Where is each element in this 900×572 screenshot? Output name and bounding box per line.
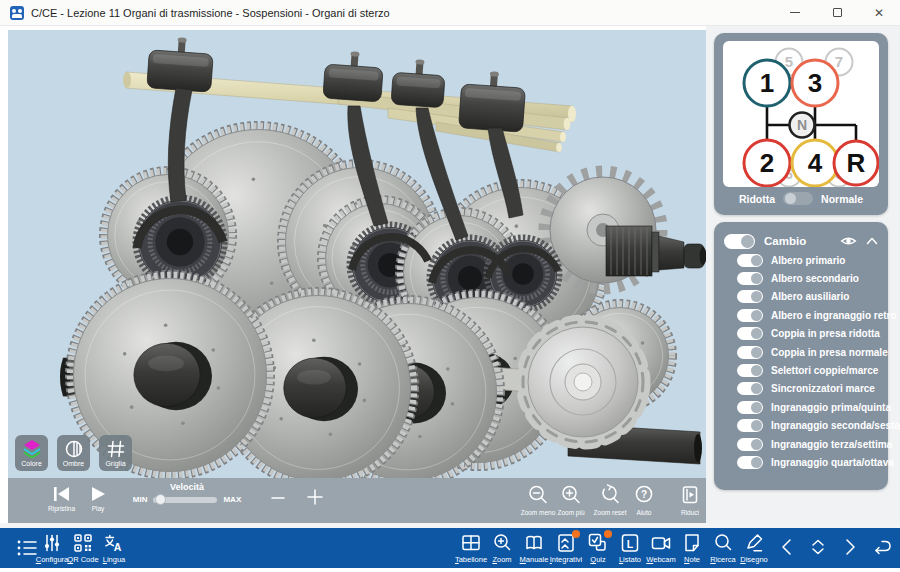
layer-label: Ingranaggio prima/quinta (771, 402, 891, 413)
decrease-button[interactable] (270, 490, 286, 510)
min-label: MIN (133, 495, 148, 504)
layer-toggle[interactable] (737, 382, 763, 395)
ridotta-label: Ridotta (739, 193, 775, 205)
selector-clamp (147, 35, 215, 92)
window-title: C/CE - Lezione 11 Organi di trasmissione… (31, 7, 390, 19)
ridotta-normale-toggle[interactable] (783, 192, 813, 205)
layer-item-albero-secondario[interactable]: Albero secondario (724, 269, 878, 287)
gearR-label: R (847, 148, 866, 178)
zoom-tool-label: Zoom (492, 555, 511, 564)
layer-item-sincronizzatori[interactable]: Sincronizzatori marce (724, 380, 878, 398)
note-label: Note (684, 555, 700, 564)
cambio-layers-panel: Cambio Albero primario Albero secondario… (714, 222, 888, 490)
reduce-label: Riduci (681, 509, 699, 516)
layer-item-terza-settima[interactable]: Ingranaggio terza/settima (724, 435, 878, 453)
help-label: Aiuto (637, 509, 652, 516)
layer-item-coppia-normale[interactable]: Coppia in presa normale (724, 343, 878, 361)
gear3-label: 3 (808, 68, 822, 98)
layer-label: Coppia in presa normale (771, 347, 888, 358)
play-button[interactable]: Play (90, 486, 106, 512)
speed-slider[interactable] (153, 497, 217, 503)
zoom-reset-label: Zoom reset (594, 509, 627, 516)
svg-text:A: A (114, 541, 122, 553)
3d-viewport[interactable]: Colore Ombre Griglia (8, 30, 706, 478)
plus-icon (306, 488, 324, 506)
griglia-button[interactable]: Griglia (99, 435, 132, 471)
zoom-in-button[interactable]: Zoom più (551, 484, 591, 516)
playback-control-bar: Ripristina Play Velocità MIN MAX Zoom me… (8, 478, 706, 523)
layer-item-albero-ausiliario[interactable]: Albero ausiliario (724, 288, 878, 306)
reverse-idler-gear (523, 322, 643, 442)
normale-label: Normale (821, 193, 863, 205)
zoom-out-icon (527, 484, 549, 506)
layer-item-selettori[interactable]: Selettori coppie/marce (724, 361, 878, 379)
layer-toggle[interactable] (737, 254, 763, 267)
translate-icon: A (103, 532, 125, 554)
grid-icon (106, 439, 126, 459)
app-icon (10, 6, 24, 20)
layer-item-coppia-ridotta[interactable]: Coppia in presa ridotta (724, 325, 878, 343)
cambio-title: Cambio (764, 235, 806, 247)
output-shaft (606, 226, 706, 276)
increase-button[interactable] (306, 488, 324, 510)
layer-item-prima-quinta[interactable]: Ingranaggio prima/quinta (724, 398, 878, 416)
shading-icon (64, 439, 84, 459)
chevrons-up-down-icon (807, 537, 829, 557)
cambio-toggle[interactable] (724, 234, 755, 249)
layer-toggle[interactable] (737, 309, 763, 322)
layer-toggle[interactable] (737, 327, 763, 340)
close-button[interactable]: ✕ (858, 0, 900, 26)
layer-label: Selettori coppie/marce (771, 365, 878, 376)
ombre-button[interactable]: Ombre (57, 435, 90, 471)
layer-toggle[interactable] (737, 419, 763, 432)
minus-icon (270, 490, 286, 506)
layer-label: Albero primario (771, 255, 845, 266)
layer-toggle[interactable] (737, 401, 763, 414)
zoom-in-icon (560, 484, 582, 506)
gear1-label: 1 (760, 68, 774, 98)
shift-pattern-card: 5 7 6 8 1 3 N 2 4 R (723, 41, 879, 187)
play-label: Play (92, 505, 105, 512)
ripristina-button[interactable]: Ripristina (48, 486, 75, 512)
layer-item-albero-ingranaggio-retro[interactable]: Albero e ingranaggio retro (724, 306, 878, 324)
layer-label: Ingranaggio quarta/ottava (771, 457, 894, 468)
layer-toggle[interactable] (737, 364, 763, 377)
shift-pattern-panel: 5 7 6 8 1 3 N 2 4 R Ri (714, 33, 888, 215)
return-button[interactable] (859, 537, 900, 557)
gearbox-3d-model (8, 30, 706, 478)
layer-label: Albero ausiliario (771, 291, 849, 302)
colore-button[interactable]: Colore (15, 435, 48, 471)
max-label: MAX (223, 495, 241, 504)
return-arrow-icon (870, 537, 894, 557)
layer-label: Ingranaggio seconda/sesta (771, 420, 900, 431)
layer-item-albero-primario[interactable]: Albero primario (724, 251, 878, 269)
pen-icon (743, 532, 765, 554)
reduce-button[interactable]: Riduci (672, 484, 708, 516)
lingua-label: Lingua (103, 555, 126, 564)
gear4-label: 4 (808, 148, 823, 178)
speed-label: Velocità (170, 482, 204, 492)
book-icon (523, 532, 545, 554)
colore-label: Colore (21, 460, 42, 467)
minimize-button[interactable] (774, 0, 816, 26)
help-icon: ? (633, 484, 655, 506)
zoom-in-label: Zoom più (557, 509, 584, 516)
help-button[interactable]: ? Aiuto (626, 484, 662, 516)
svg-text:L: L (627, 538, 634, 550)
layer-toggle[interactable] (737, 272, 763, 285)
exit-door-icon (679, 484, 701, 506)
maximize-button[interactable] (816, 0, 858, 26)
layer-item-quarta-ottava[interactable]: Ingranaggio quarta/ottava (724, 453, 878, 471)
eye-icon[interactable] (840, 235, 857, 247)
skip-start-icon (53, 486, 71, 502)
layer-toggle[interactable] (737, 290, 763, 303)
layer-label: Albero e ingranaggio retro (771, 310, 897, 321)
lingua-button[interactable]: A Lingua (91, 532, 137, 564)
speed-slider-thumb[interactable] (155, 494, 166, 505)
collapse-chevron-icon[interactable] (866, 237, 878, 245)
ombre-label: Ombre (63, 460, 84, 467)
layer-toggle[interactable] (737, 346, 763, 359)
layer-toggle[interactable] (737, 438, 763, 451)
layer-toggle[interactable] (737, 456, 763, 469)
layer-item-seconda-sesta[interactable]: Ingranaggio seconda/sesta (724, 417, 878, 435)
